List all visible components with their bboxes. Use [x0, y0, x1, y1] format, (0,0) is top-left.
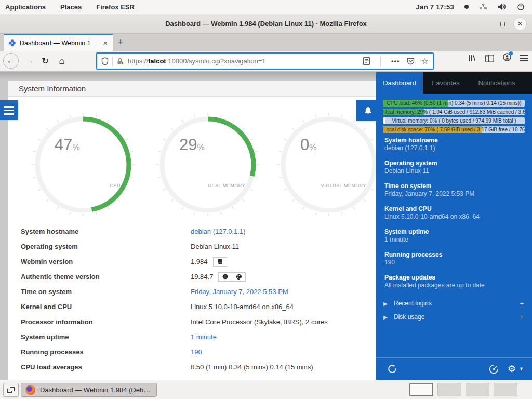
row-value: Linux 5.10.0-10-amd64 on x86_64	[191, 303, 294, 311]
page-actions-icon[interactable]: •••	[391, 57, 400, 65]
table-row: Processor informationIntel Core Processo…	[8, 314, 376, 329]
row-label: Authentic theme version	[8, 273, 191, 281]
divider	[112, 57, 113, 66]
palette-button[interactable]	[232, 272, 246, 282]
info-label: Operating system	[384, 159, 525, 167]
desktop: Applications Places Firefox ESR Jan 7 17…	[0, 0, 532, 399]
table-row: Authentic theme version19.84.7	[8, 269, 376, 284]
account-icon[interactable]	[503, 53, 511, 63]
reader-mode-icon[interactable]	[363, 57, 370, 65]
volume-icon[interactable]	[498, 3, 507, 10]
info-circle-icon	[222, 274, 228, 280]
back-button[interactable]: ←	[3, 53, 19, 69]
info-label: System hostname	[384, 137, 525, 144]
book-icon	[217, 259, 223, 264]
info-label: Package updates	[384, 274, 525, 282]
info-value: Friday, January 7, 2022 5:53 PM	[384, 190, 525, 198]
sidebar-info-list: System hostnamedebian (127.0.1.1)Operati…	[384, 137, 525, 297]
resource-bar: Real memory: 29% ( 1.04 GiB used / 912.8…	[383, 109, 525, 115]
bookmark-star-icon[interactable]: ☆	[421, 56, 429, 66]
sidebar-footer: ⚙ ▼	[376, 357, 532, 380]
sidebar-tabs: Dashboard Favorites Notifications	[376, 72, 532, 94]
row-value-link[interactable]: Friday, January 7, 2022 5:53 PM	[191, 288, 288, 296]
page-title: System Information	[8, 84, 86, 93]
url-bar[interactable]: https://falcot:10000/sysinfo.cgi?xnaviga…	[96, 52, 434, 70]
row-label: System hostname	[8, 228, 191, 235]
pocket-icon[interactable]	[407, 57, 415, 65]
refresh-icon[interactable]	[387, 363, 398, 375]
info-value: 1 minute	[384, 236, 525, 244]
taskbar-window-button[interactable]: Dashboard — Webmin 1.984 (Deb…	[21, 383, 157, 397]
gauge-label: REAL MEMORY	[208, 183, 245, 188]
firefox-menu-icon[interactable]	[520, 55, 528, 61]
workspace-4[interactable]	[494, 383, 517, 396]
row-label: Processor information	[8, 318, 191, 326]
expand-plus-icon[interactable]: +	[520, 313, 524, 321]
table-row: Real memory1.04 GiB used / 912.83 MiB ca…	[8, 375, 376, 380]
forward-button[interactable]: →	[22, 53, 37, 69]
power-icon[interactable]	[517, 3, 525, 11]
row-value: 0.50 (1 min) 0.34 (5 mins) 0.14 (15 mins…	[191, 363, 313, 371]
workspace-1[interactable]	[409, 383, 433, 396]
sidebar-info-item: Kernel and CPULinux 5.10.0-10-amd64 on x…	[384, 205, 525, 221]
workspace-3[interactable]	[466, 383, 489, 396]
row-value-link[interactable]: 1 minute	[191, 333, 217, 341]
tracking-shield-icon[interactable]	[101, 57, 109, 65]
section-label: Disk usage	[394, 313, 424, 321]
resource-bar-text: Virtual memory: 0% ( 0 bytes used / 974.…	[383, 117, 525, 124]
menu-places[interactable]: Places	[60, 3, 82, 11]
resource-bar-text: Real memory: 29% ( 1.04 GiB used / 912.8…	[383, 109, 525, 115]
info-label: System uptime	[384, 228, 525, 236]
sidebar-toggle-icon[interactable]	[485, 55, 494, 62]
section-recent-logins[interactable]: ▶Recent logins+	[376, 297, 532, 310]
book-button[interactable]	[213, 257, 227, 267]
sidebar-info-item: Time on systemFriday, January 7, 2022 5:…	[384, 182, 525, 198]
section-disk-usage[interactable]: ▶Disk usage+	[376, 310, 532, 324]
status-dot-icon	[464, 5, 469, 9]
sidebar-hamburger-button[interactable]	[0, 100, 18, 120]
workspace-thumbnails	[409, 383, 517, 396]
tab-dashboard[interactable]: Dashboard	[376, 72, 423, 94]
expand-plus-icon[interactable]: +	[520, 300, 524, 308]
minimize-button[interactable]: –	[485, 20, 492, 28]
info-value: 190	[384, 259, 525, 267]
new-tab-button[interactable]: +	[113, 34, 128, 51]
resource-bars: CPU load: 46% (0.50 (1 min) 0.34 (5 mins…	[383, 100, 525, 135]
clock[interactable]: Jan 7 17:53	[416, 3, 454, 11]
windows-icon	[7, 387, 15, 393]
row-label: Webmin version	[8, 258, 191, 265]
info-label: Time on system	[384, 182, 525, 190]
tab-notifications[interactable]: Notifications	[469, 72, 525, 94]
speedometer-icon[interactable]	[488, 364, 499, 375]
table-row: Kernel and CPULinux 5.10.0-10-amd64 on x…	[8, 299, 376, 314]
menu-firefox-esr[interactable]: Firefox ESR	[96, 3, 135, 11]
info-circle-button[interactable]	[218, 272, 232, 282]
firefox-logo-icon	[25, 385, 35, 395]
triangle-right-icon: ▶	[383, 301, 394, 307]
reload-button[interactable]: ↻	[37, 53, 53, 69]
row-value-link[interactable]: 190	[191, 348, 202, 356]
table-row: System uptime1 minute	[8, 329, 376, 344]
webmin-page: System Information 47%CPU29%REAL MEMORY0…	[0, 72, 532, 380]
row-value-link[interactable]: debian (127.0.1.1)	[191, 228, 246, 235]
sidebar-info-item: Operating systemDebian Linux 11	[384, 159, 525, 175]
workspace-2[interactable]	[437, 383, 461, 396]
home-button[interactable]: ⌂	[54, 53, 70, 69]
lock-warning-icon[interactable]	[116, 57, 125, 65]
gauge-value: 0%	[300, 136, 316, 154]
gauge-virtual-memory: 0%VIRTUAL MEMORY	[277, 113, 381, 217]
close-tab-icon[interactable]: ×	[102, 38, 109, 47]
menu-applications[interactable]: Applications	[5, 3, 46, 11]
row-value: 19.84.7	[191, 272, 246, 282]
url-text[interactable]: https://falcot:10000/sysinfo.cgi?xnaviga…	[128, 57, 359, 65]
gauge-value: 47%	[55, 136, 80, 154]
tab-favorites[interactable]: Favorites	[423, 72, 469, 94]
browser-tab-dashboard[interactable]: Dashboard — Webmin 1 ×	[4, 34, 113, 51]
library-icon[interactable]	[468, 54, 476, 62]
network-icon[interactable]: ?	[479, 3, 487, 10]
workspace-switcher-button[interactable]	[3, 383, 19, 397]
close-window-button[interactable]: ×	[513, 17, 527, 31]
settings-gear-icon[interactable]: ⚙	[508, 364, 516, 374]
info-label: Kernel and CPU	[384, 205, 525, 213]
maximize-button[interactable]	[500, 22, 505, 26]
